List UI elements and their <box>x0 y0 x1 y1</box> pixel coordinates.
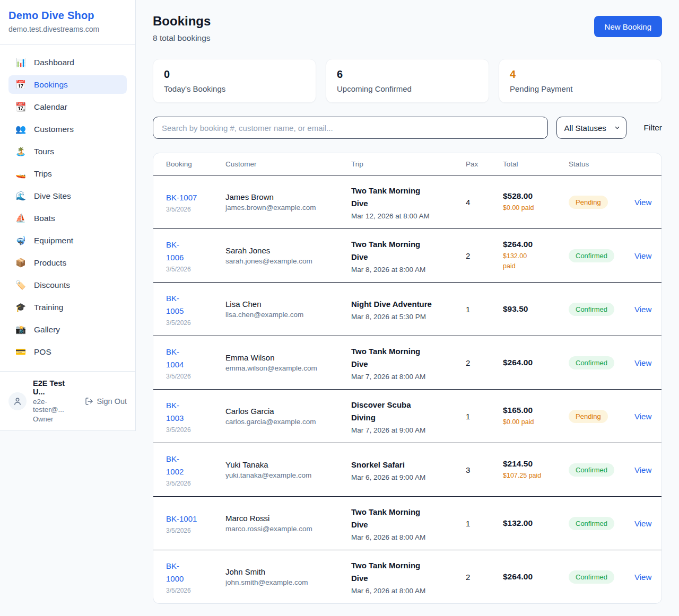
view-cell: View <box>626 336 661 389</box>
view-link[interactable]: View <box>634 198 651 207</box>
total-amount: $264.00 <box>503 572 533 582</box>
trip-cell: Two Tank Morning Dive Mar 8, 2026 at 8:0… <box>343 229 457 282</box>
view-link[interactable]: View <box>634 573 651 582</box>
paid-amount: $0.00 paid <box>503 417 534 427</box>
booking-cell: BK- 1006 3/5/2026 <box>153 229 217 282</box>
sidebar-item-trips[interactable]: 🚤 Trips <box>8 164 127 183</box>
booking-date: 3/5/2026 <box>166 480 191 487</box>
sidebar-item-dashboard[interactable]: 📊 Dashboard <box>8 53 127 72</box>
view-link[interactable]: View <box>634 358 651 367</box>
customer-email: emma.wilson@example.com <box>225 364 317 372</box>
trip-datetime: Mar 8, 2026 at 8:00 AM <box>351 266 425 274</box>
sidebar-item-calendar[interactable]: 📆 Calendar <box>8 98 127 116</box>
status-badge: Pending <box>569 410 608 423</box>
table-row: BK- 1000 3/5/2026 John Smith john.smith@… <box>153 550 661 603</box>
customer-cell: Carlos Garcia carlos.garcia@example.com <box>217 390 343 443</box>
stat-card-upcoming-confirmed: 6 Upcoming Confirmed <box>326 59 489 103</box>
status-cell: Confirmed <box>560 229 626 282</box>
table-row: BK- 1004 3/5/2026 Emma Wilson emma.wilso… <box>153 336 661 390</box>
booking-link[interactable]: BK- 1000 <box>166 560 184 585</box>
view-link[interactable]: View <box>634 465 651 474</box>
pax-value: 2 <box>466 573 470 582</box>
column-header-trip: Trip <box>343 153 457 175</box>
sidebar-item-customers[interactable]: 👥 Customers <box>8 120 127 138</box>
booking-link[interactable]: BK- 1003 <box>166 399 184 425</box>
total-amount: $165.00 <box>503 406 533 415</box>
trip-name: Two Tank Morning Dive <box>351 238 420 263</box>
customer-email: marco.rossi@example.com <box>225 525 312 533</box>
gallery-icon: 📸 <box>15 324 26 335</box>
customer-cell: John Smith john.smith@example.com <box>217 550 343 603</box>
sidebar-item-training[interactable]: 🎓 Training <box>8 298 127 316</box>
pax-cell: 3 <box>457 443 494 496</box>
status-badge: Confirmed <box>569 249 614 262</box>
sidebar-item-boats[interactable]: ⛵ Boats <box>8 209 127 227</box>
pax-value: 2 <box>466 251 470 260</box>
trip-datetime: Mar 6, 2026 at 8:00 AM <box>351 533 425 541</box>
status-badge: Confirmed <box>569 517 614 530</box>
view-link[interactable]: View <box>634 305 651 314</box>
tours-icon: 🏝️ <box>15 146 26 156</box>
status-cell: Pending <box>560 175 626 228</box>
sidebar-item-tours[interactable]: 🏝️ Tours <box>8 142 127 161</box>
status-filter-select[interactable]: All Statuses <box>556 117 626 139</box>
trip-cell: Two Tank Morning Dive Mar 6, 2026 at 8:0… <box>343 497 457 550</box>
sidebar: Demo Dive Shop demo.test.divestreams.com… <box>0 0 136 431</box>
booking-link[interactable]: BK-1007 <box>166 191 197 204</box>
view-link[interactable]: View <box>634 519 651 528</box>
sign-out-button[interactable]: Sign Out <box>85 397 127 406</box>
status-badge: Pending <box>569 196 608 209</box>
booking-link[interactable]: BK- 1002 <box>166 453 184 478</box>
pax-cell: 4 <box>457 175 494 228</box>
sidebar-nav: 📊 Dashboard 📅 Bookings 📆 Calendar 👥 Cust… <box>0 45 135 371</box>
calendar-icon: 📆 <box>15 102 26 112</box>
pax-value: 3 <box>466 465 470 474</box>
booking-date: 3/5/2026 <box>166 527 191 534</box>
trip-cell: Snorkel Safari Mar 6, 2026 at 9:00 AM <box>343 443 457 496</box>
booking-link[interactable]: BK- 1004 <box>166 346 184 371</box>
total-cell: $264.00 <box>494 336 560 389</box>
booking-link[interactable]: BK- 1005 <box>166 292 184 318</box>
booking-cell: BK- 1004 3/5/2026 <box>153 336 217 389</box>
booking-link[interactable]: BK-1001 <box>166 513 197 525</box>
status-cell: Pending <box>560 390 626 443</box>
sidebar-item-products[interactable]: 📦 Products <box>8 253 127 272</box>
sidebar-item-gallery[interactable]: 📸 Gallery <box>8 320 127 339</box>
filter-button[interactable]: Filter <box>644 123 662 133</box>
customer-name: Emma Wilson <box>225 353 275 362</box>
trip-name: Night Dive Adventure <box>351 298 432 311</box>
sidebar-item-equipment[interactable]: 🤿 Equipment <box>8 231 127 250</box>
booking-cell: BK-1007 3/5/2026 <box>153 175 217 228</box>
sidebar-item-bookings[interactable]: 📅 Bookings <box>8 75 127 94</box>
view-cell: View <box>626 497 661 550</box>
pax-value: 1 <box>466 412 470 421</box>
booking-cell: BK- 1002 3/5/2026 <box>153 443 217 496</box>
paid-amount: $107.25 paid <box>503 471 541 481</box>
trip-cell: Discover Scuba Diving Mar 7, 2026 at 9:0… <box>343 390 457 443</box>
view-link[interactable]: View <box>634 412 651 421</box>
new-booking-button[interactable]: New Booking <box>594 16 662 37</box>
total-cell: $214.50 $107.25 paid <box>494 443 560 496</box>
sidebar-item-discounts[interactable]: 🏷️ Discounts <box>8 276 127 294</box>
table-row: BK- 1006 3/5/2026 Sarah Jones sarah.jone… <box>153 229 661 283</box>
page-header: Bookings 8 total bookings New Booking <box>153 14 662 43</box>
booking-date: 3/5/2026 <box>166 373 191 380</box>
dashboard-icon: 📊 <box>15 57 26 67</box>
products-icon: 📦 <box>15 258 26 268</box>
sidebar-item-pos[interactable]: 💳 POS <box>8 342 127 361</box>
sidebar-item-dive-sites[interactable]: 🌊 Dive Sites <box>8 187 127 205</box>
customer-email: john.smith@example.com <box>225 578 308 586</box>
search-input[interactable] <box>153 117 548 139</box>
discounts-icon: 🏷️ <box>15 280 26 290</box>
app-root: Demo Dive Shop demo.test.divestreams.com… <box>0 0 679 616</box>
pax-cell: 2 <box>457 550 494 603</box>
page-subtitle: 8 total bookings <box>153 33 211 43</box>
booking-link[interactable]: BK- 1006 <box>166 239 184 264</box>
sign-out-label: Sign Out <box>97 397 127 406</box>
total-amount: $264.00 <box>503 358 533 367</box>
pax-cell: 1 <box>457 283 494 336</box>
stat-label: Pending Payment <box>510 84 651 93</box>
logout-icon <box>85 397 93 406</box>
status-badge: Confirmed <box>569 356 614 369</box>
view-link[interactable]: View <box>634 251 651 260</box>
